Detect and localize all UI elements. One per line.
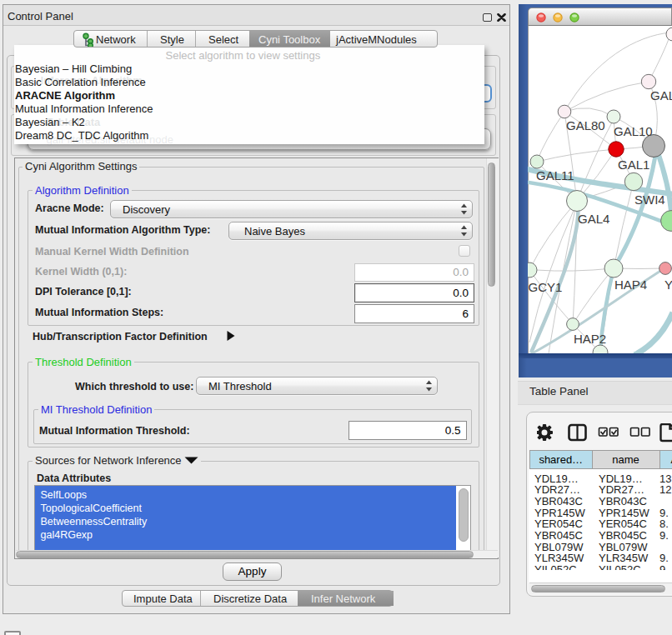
svg-text:Y: Y	[664, 278, 672, 292]
svg-text:GAL2: GAL2	[650, 88, 672, 102]
svg-text:HAP4: HAP4	[614, 278, 647, 292]
svg-text:GAL1: GAL1	[618, 158, 649, 172]
svg-text:GCY1: GCY1	[529, 280, 563, 294]
svg-text:SWI4: SWI4	[634, 192, 665, 207]
svg-text:GAL4: GAL4	[578, 212, 609, 226]
svg-text:HAP2: HAP2	[574, 332, 606, 346]
svg-text:GAL11: GAL11	[536, 168, 574, 182]
svg-text:GAL80: GAL80	[566, 118, 605, 132]
svg-text:GAL10: GAL10	[614, 124, 653, 138]
